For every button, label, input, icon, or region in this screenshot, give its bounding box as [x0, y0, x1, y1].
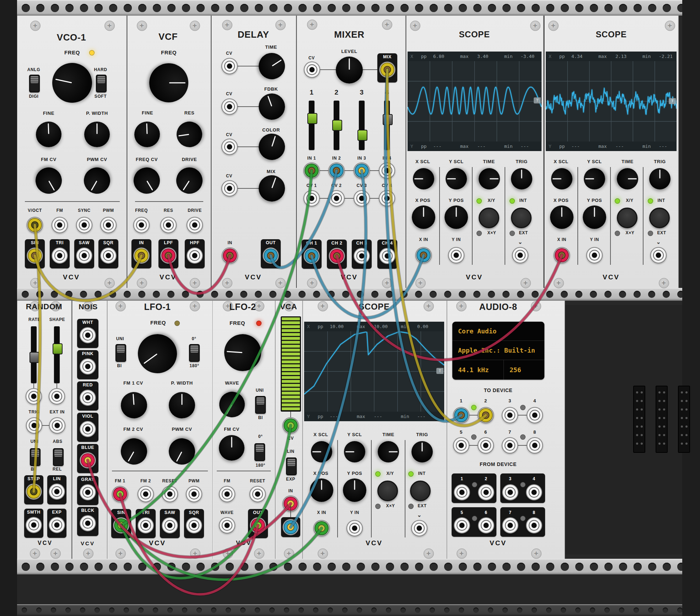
mixer-ch2-output[interactable]: [329, 248, 345, 264]
audio8-to4-input[interactable]: [527, 407, 543, 423]
scope3-yin-input[interactable]: [346, 520, 363, 536]
random-shape-cv-input[interactable]: [49, 388, 65, 405]
vcf-hpf-output[interactable]: [187, 247, 203, 264]
scope1-trig-input[interactable]: [512, 247, 528, 263]
audio8-to1-input[interactable]: [453, 407, 469, 423]
lfo2-fmcv-knob[interactable]: [219, 435, 244, 461]
random-shape-slider[interactable]: [54, 326, 60, 383]
audio8-buffersize[interactable]: 256: [504, 360, 521, 380]
vcf-in-input[interactable]: [133, 247, 150, 264]
scope2-ypos-knob[interactable]: [583, 205, 606, 229]
vca-lin-exp-switch[interactable]: [286, 457, 297, 475]
vco1-fm-input[interactable]: [52, 217, 68, 233]
mixer-in1-input[interactable]: [303, 162, 320, 179]
audio8-from5-output[interactable]: [454, 517, 470, 534]
scope3-xscl-knob[interactable]: [311, 441, 332, 462]
vco1-pwidth-knob[interactable]: [84, 122, 110, 147]
mixer-in3-input[interactable]: [354, 162, 370, 179]
vco1-hard-soft-switch[interactable]: [96, 75, 107, 92]
scope2-xscl-knob[interactable]: [551, 168, 572, 189]
scope3-trig-mode-button[interactable]: [410, 481, 431, 501]
random-trig-input[interactable]: [26, 417, 42, 434]
random-rate-cv-input[interactable]: [26, 388, 42, 405]
lfo1-tri-output[interactable]: [138, 517, 154, 534]
vco1-anlg-digi-switch[interactable]: [29, 75, 40, 92]
nois-gray-output[interactable]: [80, 484, 96, 500]
delay-time-cv[interactable]: [221, 58, 238, 74]
scope2-chevron-down-icon[interactable]: ⌄: [656, 239, 661, 245]
lfo1-pwidth-knob[interactable]: [169, 392, 195, 418]
mixer-fader-1[interactable]: [309, 101, 314, 150]
scope2-xy-button[interactable]: [617, 208, 637, 228]
mixer-cv3-input[interactable]: [354, 190, 370, 207]
scope3-xy-button[interactable]: [377, 481, 398, 501]
scope1-yin-input[interactable]: [448, 247, 464, 263]
scope1-xpos-knob[interactable]: [412, 205, 435, 229]
audio8-from8-output[interactable]: [526, 517, 542, 534]
mixer-in4-input[interactable]: [379, 162, 395, 179]
random-smth-output[interactable]: [26, 517, 42, 533]
lfo2-wave-input[interactable]: [219, 517, 235, 534]
mixer-cv2-input[interactable]: [328, 190, 345, 207]
audio8-to8-input[interactable]: [527, 437, 543, 454]
lfo1-phase-switch[interactable]: [189, 344, 200, 362]
mixer-fader-3[interactable]: [359, 101, 365, 150]
audio8-samplerate[interactable]: 44.1 kHz: [452, 360, 504, 380]
delay-in-input[interactable]: [222, 247, 238, 264]
random-uni-bi-switch[interactable]: [30, 448, 41, 466]
lfo2-uni-bi-switch[interactable]: [255, 396, 266, 414]
lfo1-fm2-input[interactable]: [138, 486, 154, 502]
scope1-xscl-knob[interactable]: [413, 168, 434, 189]
nois-pink-output[interactable]: [80, 358, 96, 375]
audio8-device-display[interactable]: Core Audio Apple Inc.: Built-in 44.1 kHz…: [452, 322, 544, 380]
vca-cv-input[interactable]: [282, 417, 299, 434]
scope1-xy-button[interactable]: [479, 208, 499, 228]
audio8-from7-output[interactable]: [502, 517, 518, 534]
audio8-from4-output[interactable]: [526, 484, 542, 500]
nois-red-output[interactable]: [80, 390, 96, 406]
vco1-saw-output[interactable]: [76, 247, 92, 264]
lfo1-pwm-input[interactable]: [186, 486, 202, 502]
random-lin-output[interactable]: [49, 483, 65, 500]
mixer-cv1-input[interactable]: [303, 190, 320, 207]
scope2-trig-input[interactable]: [650, 247, 667, 263]
vco1-pwm-input[interactable]: [100, 217, 117, 233]
vco1-sync-input[interactable]: [76, 217, 92, 233]
scope3-chevron-down-icon[interactable]: ⌄: [417, 512, 422, 518]
delay-mix-cv[interactable]: [221, 180, 238, 197]
scope1-xin-input[interactable]: [415, 247, 432, 263]
lfo1-reset-input[interactable]: [162, 486, 178, 502]
lfo2-fm-input[interactable]: [219, 486, 235, 502]
scope2-trigger-marker[interactable]: T: [669, 98, 676, 104]
scope1-trigger-marker[interactable]: T: [534, 97, 541, 103]
vco1-sin-output[interactable]: [27, 247, 43, 264]
scope2-trig-knob[interactable]: [649, 168, 671, 189]
mixer-ch3-output[interactable]: [354, 248, 370, 264]
scope2-yscl-knob[interactable]: [584, 168, 605, 189]
mixer-fader-4[interactable]: [384, 101, 390, 150]
scope3-trigger-marker[interactable]: T: [436, 368, 443, 374]
scope3-ypos-knob[interactable]: [343, 478, 366, 502]
scope1-trig-knob[interactable]: [511, 168, 532, 189]
audio8-to7-input[interactable]: [502, 437, 518, 454]
scope2-xin-input[interactable]: [554, 247, 570, 263]
lfo2-phase-switch[interactable]: [254, 443, 265, 461]
lfo1-uni-bi-switch[interactable]: [115, 344, 126, 362]
vca-out-output[interactable]: [282, 519, 299, 535]
random-rate-slider[interactable]: [31, 326, 37, 383]
audio8-to6-input[interactable]: [478, 437, 494, 454]
lfo1-sin-output[interactable]: [113, 517, 129, 534]
vcf-freq-input[interactable]: [133, 217, 150, 233]
nois-blue-output[interactable]: [80, 452, 96, 468]
mixer-level-knob[interactable]: [336, 57, 363, 84]
lfo2-reset-input[interactable]: [249, 486, 266, 502]
vco1-voct-input[interactable]: [27, 217, 43, 233]
audio8-to3-input[interactable]: [502, 407, 518, 423]
scope3-trig-input[interactable]: [411, 520, 427, 536]
scope2-yin-input[interactable]: [586, 247, 603, 263]
vcf-drive-input[interactable]: [187, 217, 203, 233]
mixer-fader-2[interactable]: [334, 101, 339, 150]
vco1-sqr-output[interactable]: [100, 247, 117, 264]
audio8-from2-output[interactable]: [478, 484, 494, 500]
scope2-time-knob[interactable]: [617, 168, 638, 189]
